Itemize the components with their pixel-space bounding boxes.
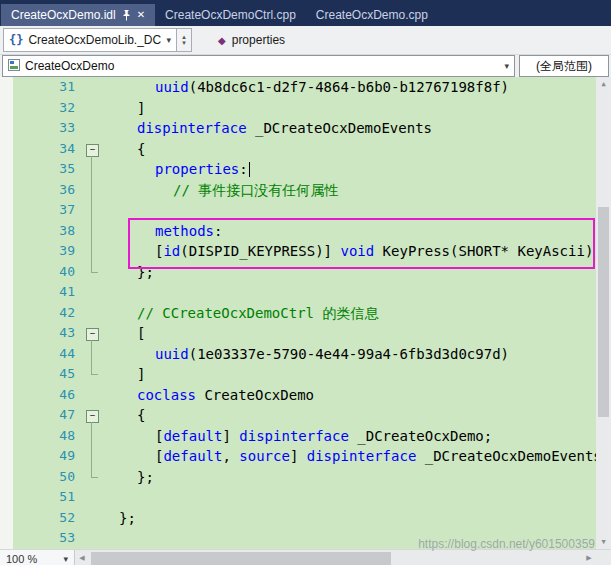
code-text: }; [102, 262, 611, 283]
line-number: 48 [13, 426, 84, 447]
code-line-42: 42// CCreateOcxDemoCtrl 的类信息 [0, 303, 611, 324]
fold-margin [84, 159, 102, 180]
code-text: ] [102, 98, 611, 119]
fold-toggle-icon[interactable]: − [86, 410, 99, 423]
code-text: ] [102, 364, 611, 385]
fold-margin [84, 303, 102, 324]
search-bar: CreateOcxDemo ▾ (全局范围) [0, 55, 611, 77]
fold-margin [84, 180, 102, 201]
code-line-33: 33dispinterface _DCreateOcxDemoEvents [0, 118, 611, 139]
vertical-scrollbar-thumb[interactable] [598, 207, 609, 417]
fold-margin [84, 241, 102, 262]
fold-margin [84, 200, 102, 221]
indicator-margin[interactable] [0, 364, 13, 385]
scope-label: (全局范围) [536, 58, 592, 75]
line-number: 37 [13, 200, 84, 221]
fold-toggle-icon[interactable]: − [86, 328, 99, 341]
fold-margin [84, 364, 102, 385]
chevron-down-icon[interactable]: ▾ [166, 35, 171, 45]
zoom-level: 100 % [6, 553, 37, 565]
indicator-margin[interactable] [0, 344, 13, 365]
horizontal-scrollbar-thumb[interactable] [91, 552, 391, 565]
tab-createocxdemoctrl-cpp[interactable]: CreateOcxDemoCtrl.cpp [155, 4, 306, 26]
indicator-margin[interactable] [0, 77, 13, 98]
fold-toggle-icon[interactable]: − [86, 144, 99, 157]
tab-label: CreateOcxDemo.cpp [316, 8, 428, 22]
code-line-32: 32] [0, 98, 611, 119]
property-icon: ◆ [218, 35, 226, 46]
pin-icon[interactable] [122, 10, 131, 21]
code-editor[interactable]: 31uuid(4b8dc6c1-d2f7-4864-b6b0-b12767198… [0, 77, 611, 549]
scroll-down-icon[interactable]: ▼ [596, 535, 611, 549]
code-line-39: 39[id(DISPID_KEYPRESS)] void KeyPress(SH… [0, 241, 611, 262]
indicator-margin[interactable] [0, 159, 13, 180]
zoom-control[interactable]: 100 % ▾ [0, 550, 75, 565]
code-line-50: 50}; [0, 467, 611, 488]
indicator-margin[interactable] [0, 139, 13, 160]
indicator-margin[interactable] [0, 262, 13, 283]
indicator-margin[interactable] [0, 303, 13, 324]
code-text [102, 487, 611, 508]
line-number: 31 [13, 77, 84, 98]
indicator-margin[interactable] [0, 528, 13, 549]
fold-margin [84, 467, 102, 488]
tab-createocxdemo-cpp[interactable]: CreateOcxDemo.cpp [306, 4, 438, 26]
fold-margin [84, 262, 102, 283]
code-text: // 事件接口没有任何属性 [102, 180, 611, 201]
line-number: 41 [13, 282, 84, 303]
scroll-right-icon[interactable]: ▶ [582, 550, 596, 565]
code-lines: 31uuid(4b8dc6c1-d2f7-4864-b6b0-b12767198… [0, 77, 611, 549]
code-line-38: 38methods: [0, 221, 611, 242]
indicator-margin[interactable] [0, 323, 13, 344]
code-text: properties: [102, 159, 611, 180]
types-dropdown[interactable]: {} CreateOcxDemoLib._DCr ▾ [3, 28, 177, 52]
scroll-up-icon[interactable]: ▲ [596, 77, 611, 91]
indicator-margin[interactable] [0, 200, 13, 221]
line-number: 51 [13, 487, 84, 508]
spinner-down-icon[interactable]: ▾ [182, 40, 186, 46]
code-text: { [102, 405, 611, 426]
close-tab-icon[interactable]: ✕ [137, 10, 145, 20]
indicator-margin[interactable] [0, 467, 13, 488]
code-line-43: 43−[ [0, 323, 611, 344]
members-dropdown[interactable]: ◆ properties [210, 29, 608, 51]
indicator-margin[interactable] [0, 98, 13, 119]
chevron-down-icon[interactable]: ▾ [504, 61, 509, 71]
code-line-34: 34−{ [0, 139, 611, 160]
code-text [102, 200, 611, 221]
code-line-48: 48[default] dispinterface _DCreateOcxDem… [0, 426, 611, 447]
horizontal-scrollbar[interactable]: ◀ ▶ [75, 550, 611, 565]
members-dropdown-value: properties [232, 33, 600, 47]
code-text: }; [102, 467, 611, 488]
indicator-margin[interactable] [0, 446, 13, 467]
code-text: { [102, 139, 611, 160]
code-text: uuid(4b8dc6c1-d2f7-4864-b6b0-b12767198f8… [102, 77, 611, 98]
document-tab-bar: CreateOcxDemo.idl ✕ CreateOcxDemoCtrl.cp… [0, 0, 611, 26]
indicator-margin[interactable] [0, 241, 13, 262]
code-line-44: 44uuid(1e03337e-5790-4e44-99a4-6fb3d3d0c… [0, 344, 611, 365]
indicator-margin[interactable] [0, 508, 13, 529]
symbol-search-combo[interactable]: CreateOcxDemo ▾ [2, 55, 515, 77]
tab-createocxdemo-idl[interactable]: CreateOcxDemo.idl ✕ [1, 4, 155, 26]
code-text: [ [102, 323, 611, 344]
indicator-margin[interactable] [0, 282, 13, 303]
indicator-margin[interactable] [0, 118, 13, 139]
indicator-margin[interactable] [0, 487, 13, 508]
line-number: 40 [13, 262, 84, 283]
scope-dropdown[interactable]: (全局范围) [519, 55, 609, 77]
indicator-margin[interactable] [0, 405, 13, 426]
code-line-47: 47−{ [0, 405, 611, 426]
line-number: 42 [13, 303, 84, 324]
scroll-left-icon[interactable]: ◀ [75, 550, 89, 565]
navigate-spinner[interactable]: ▴ ▾ [177, 28, 192, 52]
vertical-scrollbar[interactable]: ▲ ▼ [596, 77, 611, 549]
line-number: 46 [13, 385, 84, 406]
text-cursor [249, 162, 250, 177]
line-number: 52 [13, 508, 84, 529]
indicator-margin[interactable] [0, 221, 13, 242]
chevron-down-icon[interactable]: ▾ [63, 554, 68, 564]
indicator-margin[interactable] [0, 385, 13, 406]
indicator-margin[interactable] [0, 426, 13, 447]
fold-margin: − [84, 405, 102, 426]
indicator-margin[interactable] [0, 180, 13, 201]
